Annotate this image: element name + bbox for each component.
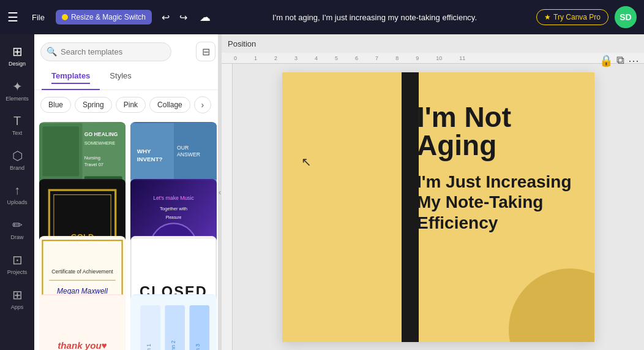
resize-magic-switch-button[interactable]: Resize & Magic Switch (56, 10, 152, 25)
svg-text:Pleasure: Pleasure (166, 215, 182, 219)
tab-underline (51, 83, 90, 84)
sidebar-item-text[interactable]: T Text (2, 109, 32, 141)
design-icon: ⊞ (12, 44, 23, 59)
chips-more-button[interactable]: › (194, 96, 211, 113)
file-menu[interactable]: File (27, 10, 50, 25)
chip-spring[interactable]: Spring (75, 97, 112, 113)
try-canva-pro-button[interactable]: ★ Try Canva Pro (536, 9, 608, 25)
templates-panel: 🔍 ⊟ Templates Styles Blue Spring Pink Co… (34, 34, 222, 350)
tab-styles[interactable]: Styles (100, 66, 141, 90)
panel-resize-handle[interactable]: ‹ (218, 34, 222, 350)
canvas-area: Position 🔒 ⧉ ⋯ 0 1 2 3 4 5 6 7 8 9 10 11… (222, 34, 644, 350)
svg-text:WHY: WHY (137, 148, 151, 154)
filter-button[interactable]: ⊟ (196, 42, 215, 61)
left-sidebar: ⊞ Design ✦ Elements T Text ⬡ Brand ↑ Upl… (0, 34, 34, 350)
sidebar-item-design[interactable]: ⊞ Design (2, 39, 32, 72)
svg-text:Travel 07: Travel 07 (84, 162, 103, 167)
sidebar-item-projects[interactable]: ⊡ Projects (2, 248, 32, 280)
text-icon: T (13, 114, 21, 128)
svg-text:ANSWER: ANSWER (177, 151, 200, 158)
sidebar-label-projects: Projects (7, 269, 28, 275)
copy-icon[interactable]: ⧉ (616, 54, 624, 67)
sidebar-item-brand[interactable]: ⬡ Brand (2, 143, 32, 176)
panel-tabs: Templates Styles (34, 66, 222, 90)
canvas-toolbar-icons: 🔒 ⧉ ⋯ (599, 54, 639, 67)
lock-icon[interactable]: 🔒 (599, 54, 613, 67)
svg-text:Column 1: Column 1 (146, 344, 152, 350)
sidebar-item-elements[interactable]: ✦ Elements (2, 74, 32, 107)
sidebar-label-design: Design (9, 61, 26, 67)
sidebar-label-elements: Elements (6, 96, 29, 102)
position-label: Position (228, 39, 256, 48)
svg-text:GO HEALING: GO HEALING (84, 132, 118, 138)
brand-icon: ⬡ (12, 148, 23, 163)
chevron-icon: ‹ (219, 188, 221, 197)
template-card[interactable]: thank you♥ with all my heart (39, 294, 125, 350)
design-subtitle-text: I'm Just Increasing My Note-Taking Effic… (417, 172, 588, 234)
resize-label: Resize & Magic Switch (71, 13, 146, 21)
template-card[interactable]: Column 1 Column 2 Column 3 (130, 294, 217, 350)
undo-button[interactable]: ↩ (158, 9, 173, 26)
templates-grid: GO HEALING SOMEWHERE Nursing Travel 07 W… (34, 118, 222, 350)
svg-text:Certificate of Achievement: Certificate of Achievement (51, 268, 113, 275)
menu-icon[interactable]: ☰ (7, 10, 18, 25)
redo-button[interactable]: ↪ (176, 9, 191, 26)
filter-chips: Blue Spring Pink Collage › (34, 90, 222, 118)
cloud-save-icon[interactable]: ☁ (197, 8, 213, 26)
more-icon[interactable]: ⋯ (628, 54, 639, 67)
svg-text:thank you♥: thank you♥ (58, 340, 107, 350)
chip-blue[interactable]: Blue (40, 97, 71, 113)
design-text-area: I'm Not Aging I'm Just Increasing My Not… (417, 103, 588, 234)
undo-redo-group: ↩ ↪ (158, 9, 191, 26)
tab-templates[interactable]: Templates (42, 66, 100, 90)
search-input[interactable] (40, 42, 171, 61)
search-bar: 🔍 ⊟ (34, 34, 222, 66)
main-canvas[interactable]: I'm Not Aging I'm Just Increasing My Not… (233, 64, 644, 350)
svg-text:INVENT?: INVENT? (137, 156, 163, 162)
svg-text:Together with: Together with (160, 206, 187, 211)
ruler-left (222, 64, 233, 350)
sidebar-label-apps: Apps (11, 304, 24, 310)
search-icon: 🔍 (47, 47, 57, 56)
design-card: I'm Not Aging I'm Just Increasing My Not… (282, 72, 594, 342)
sidebar-label-text: Text (12, 130, 23, 136)
apps-icon: ⊞ (12, 287, 23, 302)
svg-text:SOMEWHERE: SOMEWHERE (84, 140, 116, 146)
sidebar-item-uploads[interactable]: ↑ Uploads (2, 178, 32, 210)
ruler-top: 0 1 2 3 4 5 6 7 8 9 10 11 (222, 53, 644, 64)
svg-text:OUR: OUR (177, 145, 189, 151)
uploads-icon: ↑ (14, 183, 20, 197)
svg-text:Column 2: Column 2 (170, 340, 176, 350)
draw-icon: ✏ (12, 218, 23, 232)
svg-text:Let's make Music: Let's make Music (153, 195, 194, 201)
search-field-wrap: 🔍 (40, 42, 192, 61)
projects-icon: ⊡ (12, 253, 23, 267)
design-title-text: I'm Not Aging (417, 103, 588, 159)
topbar: ☰ File Resize & Magic Switch ↩ ↪ ☁ I'm n… (0, 0, 644, 34)
svg-rect-2 (42, 126, 79, 176)
svg-text:Nursing: Nursing (84, 155, 100, 161)
user-avatar[interactable]: SD (615, 6, 637, 28)
svg-text:Column 3: Column 3 (195, 344, 201, 350)
star-icon: ★ (544, 13, 551, 21)
document-title: I'm not aging, I'm just increasing my no… (219, 13, 530, 22)
sidebar-label-uploads: Uploads (7, 199, 27, 205)
sidebar-item-apps[interactable]: ⊞ Apps (2, 283, 32, 315)
chip-collage[interactable]: Collage (149, 97, 190, 113)
design-black-bar (402, 72, 419, 342)
resize-dot-icon (62, 14, 68, 20)
sidebar-item-draw[interactable]: ✏ Draw (2, 213, 32, 245)
sidebar-label-brand: Brand (10, 165, 24, 171)
chip-pink[interactable]: Pink (116, 97, 146, 113)
sidebar-label-draw: Draw (10, 234, 23, 240)
elements-icon: ✦ (12, 79, 23, 94)
